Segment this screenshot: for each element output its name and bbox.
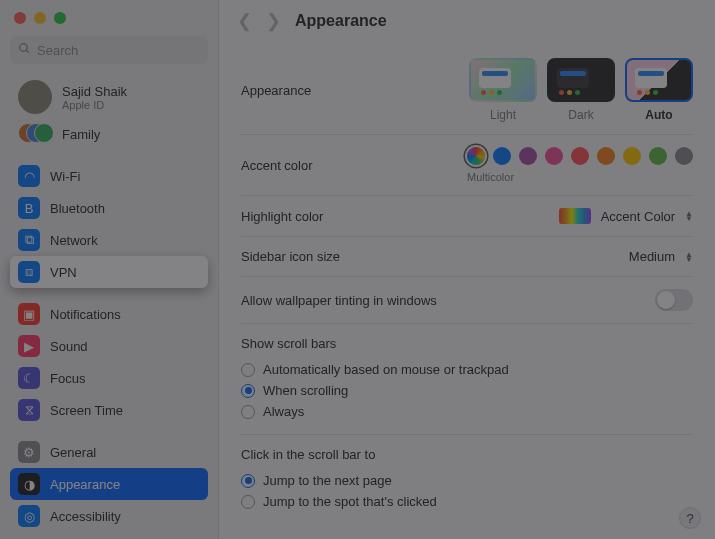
label-appearance: Appearance [241,83,431,98]
theme-label: Dark [568,108,593,122]
scrollbars-option-always[interactable]: Always [241,401,693,422]
label-sidebar-icon: Sidebar icon size [241,249,431,264]
accent-orange[interactable] [597,147,615,165]
help-button[interactable]: ? [679,507,701,529]
section-click-scroll: Click in the scroll bar to Jump to the n… [241,435,693,524]
row-sidebar-icon-size: Sidebar icon size Medium ▲▼ [241,237,693,277]
radio-icon [241,495,255,509]
accent-blue[interactable] [493,147,511,165]
sidebar-item-label: Focus [50,371,85,386]
clickscroll-option-spot[interactable]: Jump to the spot that's clicked [241,491,693,512]
sidebar-item-network[interactable]: ⧉Network [10,224,208,256]
sidebar-item-bluetooth[interactable]: BBluetooth [10,192,208,224]
back-button[interactable]: ❮ [237,10,252,32]
sidebar-item-appearance[interactable]: ◑Appearance [10,468,208,500]
family-avatars-icon [18,123,52,145]
search-icon [18,41,31,59]
sidebar-item-notifications[interactable]: ▣Notifications [10,298,208,330]
accent-green[interactable] [649,147,667,165]
main-pane: ❮ ❯ Appearance Appearance LightDarkAuto … [219,0,715,539]
bell-icon: ▣ [18,303,40,325]
svg-point-0 [20,44,28,52]
zoom-icon[interactable] [54,12,66,24]
accent-pink[interactable] [545,147,563,165]
wifi-icon: ◠ [18,165,40,187]
chevron-updown-icon: ▲▼ [685,211,693,221]
sidebar-item-label: Notifications [50,307,121,322]
row-accent: Accent color Multicolor [241,135,693,196]
radio-label: Jump to the next page [263,473,392,488]
theme-thumb-icon [625,58,693,102]
highlight-select[interactable]: Accent Color ▲▼ [559,208,693,224]
radio-icon [241,474,255,488]
theme-thumb-icon [469,58,537,102]
accent-graphite[interactable] [675,147,693,165]
account-subtitle: Apple ID [62,99,127,111]
sidebar-item-vpn[interactable]: ⧈VPN [10,256,208,288]
section-scrollbars: Show scroll bars Automatically based on … [241,324,693,435]
chevron-updown-icon: ▲▼ [685,252,693,262]
help-icon: ? [686,511,693,526]
row-appearance: Appearance LightDarkAuto [241,46,693,135]
sidebar-item-wifi[interactable]: ◠Wi-Fi [10,160,208,192]
accent-purple[interactable] [519,147,537,165]
sidebar-item-controlcenter[interactable]: ☰Control Center [10,532,208,535]
radio-icon [241,384,255,398]
scrollbars-option-scrolling[interactable]: When scrolling [241,380,693,401]
radio-icon [241,363,255,377]
appearance-icon: ◑ [18,473,40,495]
minimize-icon[interactable] [34,12,46,24]
sidebar-item-label: Sound [50,339,88,354]
sidebar-item-accessibility[interactable]: ◎Accessibility [10,500,208,532]
accent-red[interactable] [571,147,589,165]
sidebar-icon-select[interactable]: Medium ▲▼ [629,249,693,264]
label-click-scroll: Click in the scroll bar to [241,447,693,462]
sidebar-item-focus[interactable]: ☾Focus [10,362,208,394]
search-field[interactable] [10,36,208,64]
close-icon[interactable] [14,12,26,24]
sidebar-item-label: VPN [50,265,77,280]
speaker-icon: ▶ [18,335,40,357]
accent-hint: Multicolor [467,171,514,183]
toolbar: ❮ ❯ Appearance [219,0,715,40]
gear-icon: ⚙ [18,441,40,463]
clickscroll-option-next[interactable]: Jump to the next page [241,470,693,491]
label-accent: Accent color [241,158,431,173]
gradient-chip-icon [559,208,591,224]
bluetooth-icon: B [18,197,40,219]
sidebar-item-family[interactable]: Family [10,118,208,150]
label-scrollbars: Show scroll bars [241,336,693,351]
account-row[interactable]: Sajid Shaik Apple ID [10,74,208,118]
theme-light[interactable]: Light [469,58,537,122]
sidebar-list: Sajid Shaik Apple ID Family ◠Wi-FiBBluet… [0,74,218,535]
vpn-icon: ⧈ [18,261,40,283]
sidebar-item-label: Accessibility [50,509,121,524]
sidebar-item-screentime[interactable]: ⧖Screen Time [10,394,208,426]
sidebar-item-general[interactable]: ⚙General [10,436,208,468]
radio-label: When scrolling [263,383,348,398]
tinting-toggle[interactable] [655,289,693,311]
page-title: Appearance [295,12,387,30]
theme-auto[interactable]: Auto [625,58,693,122]
sidebar-item-sound[interactable]: ▶Sound [10,330,208,362]
highlight-value: Accent Color [601,209,675,224]
sidebar-item-label: Family [62,127,100,142]
search-input[interactable] [37,43,205,58]
hourglass-icon: ⧖ [18,399,40,421]
sidebar-icon-value: Medium [629,249,675,264]
theme-label: Auto [645,108,672,122]
svg-line-1 [26,50,29,53]
sidebar-item-label: Network [50,233,98,248]
row-highlight: Highlight color Accent Color ▲▼ [241,196,693,237]
accent-yellow[interactable] [623,147,641,165]
radio-label: Automatically based on mouse or trackpad [263,362,509,377]
accent-multicolor[interactable] [467,147,485,165]
theme-thumb-icon [547,58,615,102]
accessibility-icon: ◎ [18,505,40,527]
scrollbars-option-auto[interactable]: Automatically based on mouse or trackpad [241,359,693,380]
content: Appearance LightDarkAuto Accent color Mu… [219,40,715,539]
theme-dark[interactable]: Dark [547,58,615,122]
radio-icon [241,405,255,419]
forward-button[interactable]: ❯ [266,10,281,32]
sidebar-item-label: Screen Time [50,403,123,418]
